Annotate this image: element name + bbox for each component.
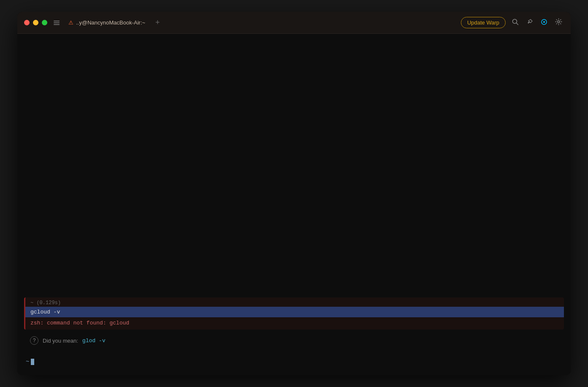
tab-bar: ⚠ ..y@NancynoMacBook-Air:~ +: [52, 18, 461, 27]
titlebar: ⚠ ..y@NancynoMacBook-Air:~ + Update Warp: [17, 12, 571, 34]
ai-icon[interactable]: [539, 17, 549, 29]
tab-title-label: ..y@NancynoMacBook-Air:~: [76, 19, 145, 26]
svg-point-7: [558, 21, 560, 23]
command-timing: ~ (0.129s): [25, 297, 564, 307]
svg-rect-0: [54, 21, 60, 22]
add-tab-button[interactable]: +: [153, 18, 163, 27]
svg-rect-1: [54, 22, 60, 23]
terminal-window: ⚠ ..y@NancynoMacBook-Air:~ + Update Warp: [17, 12, 571, 375]
command-line: gcloud -v: [25, 307, 564, 317]
settings-icon[interactable]: [553, 16, 564, 29]
prompt-area[interactable]: ~: [17, 352, 571, 375]
prompt-tilde: ~: [26, 358, 29, 365]
titlebar-actions: Update Warp: [461, 16, 564, 29]
prompt-cursor: [31, 359, 34, 365]
active-tab[interactable]: ⚠ ..y@NancynoMacBook-Air:~: [64, 18, 150, 27]
svg-point-6: [543, 21, 545, 23]
svg-line-4: [517, 23, 518, 25]
update-warp-button[interactable]: Update Warp: [461, 17, 506, 28]
terminal-content[interactable]: ~ (0.129s) gcloud -v zsh: command not fo…: [17, 34, 571, 375]
minimize-button[interactable]: [33, 20, 38, 25]
search-icon[interactable]: [510, 16, 520, 29]
ai-help-icon: ?: [30, 336, 38, 345]
svg-rect-2: [54, 24, 60, 25]
ai-suggestion-command[interactable]: glod -v: [82, 338, 106, 344]
maximize-button[interactable]: [42, 20, 47, 25]
traffic-lights: [24, 20, 47, 25]
tab-warning-icon: ⚠: [68, 19, 74, 26]
terminal-empty-space: [17, 34, 571, 297]
command-output: zsh: command not found: gcloud: [25, 317, 564, 330]
ai-suggestion-block: ? Did you mean: glod -v: [24, 333, 564, 348]
close-button[interactable]: [24, 20, 30, 25]
command-block: ~ (0.129s) gcloud -v zsh: command not fo…: [24, 297, 564, 330]
pin-icon[interactable]: [525, 17, 535, 29]
prompt-line: ~: [26, 358, 562, 365]
sidebar-toggle-icon[interactable]: [52, 19, 61, 27]
ai-suggestion-label: Did you mean:: [43, 338, 78, 344]
